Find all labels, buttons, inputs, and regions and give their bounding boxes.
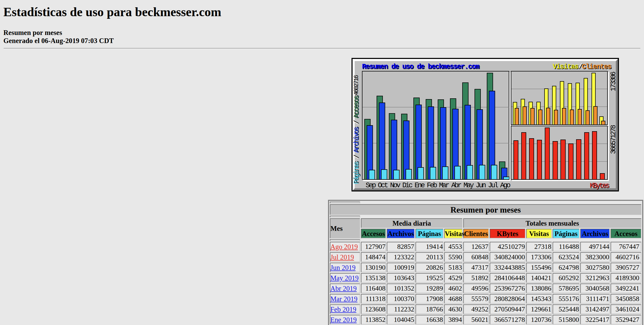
svg-text:Jun: Jun	[476, 182, 486, 189]
svg-text:173306: 173306	[610, 72, 617, 91]
svg-text:Sep: Sep	[366, 182, 376, 189]
svg-text:Mar: Mar	[439, 182, 449, 189]
svg-text:366571278: 366571278	[610, 125, 617, 154]
svg-text:Dic: Dic	[402, 182, 413, 189]
svg-text:Visitas: Visitas	[553, 63, 578, 71]
svg-text:Nov: Nov	[390, 182, 401, 189]
svg-text:Páginas / Archivos / Accesos: Páginas / Archivos / Accesos	[353, 96, 360, 184]
svg-text:Abr: Abr	[451, 182, 461, 189]
svg-text:Jul: Jul	[488, 182, 498, 189]
svg-text:Oct: Oct	[378, 182, 388, 189]
svg-text:Resumen de uso de beckmesser.c: Resumen de uso de beckmesser.com	[362, 63, 479, 71]
svg-text:4602716: 4602716	[353, 75, 360, 95]
svg-text:Feb: Feb	[427, 182, 437, 189]
svg-text:/: /	[578, 63, 582, 71]
svg-text:May: May	[464, 182, 474, 189]
svg-text:Ene: Ene	[414, 182, 425, 189]
svg-text:Ago: Ago	[500, 182, 510, 189]
svg-text:KBytes: KBytes	[590, 182, 609, 190]
svg-text:Clientes: Clientes	[582, 63, 611, 71]
